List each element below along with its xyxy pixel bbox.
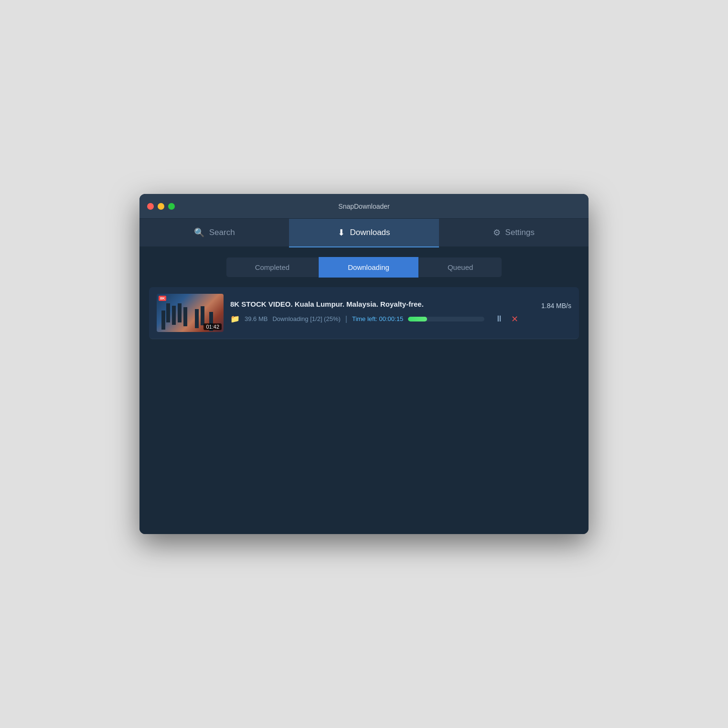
progress-bar: [408, 317, 484, 321]
thumbnail: 8K 01:42: [157, 294, 224, 332]
titlebar: SnapDownloader: [139, 194, 589, 219]
download-controls: ⏸ ✕: [493, 312, 520, 326]
progress-fill: [408, 317, 427, 321]
tab-settings[interactable]: ⚙ Settings: [439, 219, 589, 246]
separator: |: [345, 315, 347, 323]
tab-downloads-label: Downloads: [350, 228, 390, 237]
navbar: 🔍 Search ⬇ Downloads ⚙ Settings: [139, 219, 589, 247]
tab-search-label: Search: [209, 228, 235, 237]
video-duration: 01:42: [203, 323, 222, 330]
minimize-button[interactable]: [158, 203, 164, 210]
quality-badge: 8K: [159, 296, 166, 301]
app-window: SnapDownloader 🔍 Search ⬇ Downloads ⚙ Se…: [139, 194, 589, 534]
download-icon: ⬇: [338, 227, 345, 238]
tab-settings-label: Settings: [505, 228, 535, 237]
download-status: Downloading [1/2] (25%): [272, 315, 340, 322]
subtab-completed[interactable]: Completed: [226, 257, 319, 278]
content-area: Completed Downloading Queued 8K 01:42 8: [139, 247, 589, 534]
download-meta: 📁 39.6 MB Downloading [1/2] (25%) | Time…: [230, 312, 571, 326]
download-info: 8K STOCK VIDEO. Kuala Lumpur. Malaysia. …: [230, 300, 571, 326]
close-button[interactable]: [147, 203, 154, 210]
tab-search[interactable]: 🔍 Search: [139, 219, 289, 246]
download-title: 8K STOCK VIDEO. Kuala Lumpur. Malaysia. …: [230, 300, 424, 308]
window-controls: [147, 203, 175, 210]
search-icon: 🔍: [194, 227, 204, 238]
cancel-button[interactable]: ✕: [509, 312, 520, 326]
time-left: Time left: 00:00:15: [352, 315, 403, 322]
pause-button[interactable]: ⏸: [493, 312, 505, 326]
download-item: 8K 01:42 8K STOCK VIDEO. Kuala Lumpur. M…: [149, 287, 579, 339]
folder-icon: 📁: [230, 314, 240, 323]
subtab-downloading[interactable]: Downloading: [319, 257, 418, 278]
download-row-top: 8K STOCK VIDEO. Kuala Lumpur. Malaysia. …: [230, 300, 571, 312]
subtab-queued[interactable]: Queued: [418, 257, 502, 278]
subtabs: Completed Downloading Queued: [149, 257, 579, 278]
file-size: 39.6 MB: [245, 315, 268, 322]
window-title: SnapDownloader: [338, 203, 389, 210]
settings-icon: ⚙: [493, 227, 501, 238]
download-speed: 1.84 MB/s: [533, 302, 571, 310]
tab-downloads[interactable]: ⬇ Downloads: [289, 219, 439, 247]
maximize-button[interactable]: [168, 203, 175, 210]
thumbnail-wrapper: 8K 01:42: [157, 294, 224, 332]
